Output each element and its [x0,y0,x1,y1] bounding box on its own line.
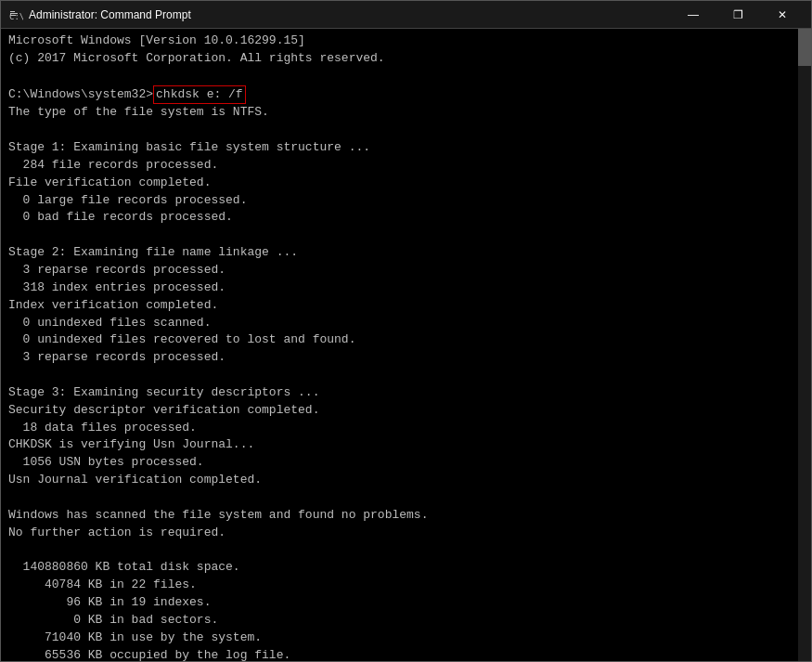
line-8: 284 file records processed. [8,157,789,175]
line-prompt: C:\Windows\system32>chkdsk e: /f [8,85,789,105]
line-1: Microsoft Windows [Version 10.0.16299.15… [8,32,789,50]
line-16: Index verification completed. [8,297,789,315]
line-24: CHKDSK is verifying Usn Journal... [8,436,789,454]
line-20 [8,367,789,384]
line-34: 0 KB in bad sectors. [8,612,789,630]
close-button[interactable]: ✕ [761,1,804,29]
restore-button[interactable]: ❐ [716,1,759,29]
line-23: 18 data files processed. [8,420,789,437]
line-17: 0 unindexed files scanned. [8,315,789,332]
line-9: File verification completed. [8,175,789,192]
line-21: Stage 3: Examining security descriptors … [8,384,789,402]
scrollbar[interactable] [798,29,811,661]
line-25: 1056 USN bytes processed. [8,454,789,472]
line-15: 318 index entries processed. [8,279,789,297]
line-30 [8,541,789,559]
line-28: Windows has scanned the file system and … [8,507,789,525]
title-bar: C:\ Administrator: Command Prompt — ❐ ✕ [1,1,811,29]
line-7: Stage 1: Examining basic file system str… [8,139,789,157]
line-13: Stage 2: Examining file name linkage ... [8,244,789,262]
command-text: chkdsk e: /f [153,85,246,105]
line-12 [8,227,789,244]
line-11: 0 bad file records processed. [8,209,789,227]
scrollbar-thumb[interactable] [798,29,811,66]
line-31: 140880860 KB total disk space. [8,559,789,577]
terminal-content: Microsoft Windows [Version 10.0.16299.15… [8,32,804,661]
line-35: 71040 KB in use by the system. [8,630,789,647]
line-29: No further action is required. [8,525,789,542]
title-bar-left: C:\ Administrator: Command Prompt [8,7,191,22]
line-3 [8,68,789,85]
line-27 [8,489,789,507]
line-36: 65536 KB occupied by the log file. [8,647,789,661]
line-19: 3 reparse records processed. [8,349,789,367]
line-26: Usn Journal verification completed. [8,472,789,489]
minimize-button[interactable]: — [672,1,715,29]
line-6 [8,122,789,139]
line-14: 3 reparse records processed. [8,262,789,279]
title-bar-controls: — ❐ ✕ [672,1,804,29]
terminal-body[interactable]: Microsoft Windows [Version 10.0.16299.15… [1,29,811,661]
line-10: 0 large file records processed. [8,192,789,210]
line-22: Security descriptor verification complet… [8,402,789,420]
svg-text:C:\: C:\ [9,12,23,21]
line-5: The type of the file system is NTFS. [8,104,789,122]
window-title: Administrator: Command Prompt [29,8,191,21]
cmd-window: C:\ Administrator: Command Prompt — ❐ ✕ … [0,0,812,662]
prompt-prefix: C:\Windows\system32> [8,86,153,104]
line-33: 96 KB in 19 indexes. [8,594,789,612]
line-32: 40784 KB in 22 files. [8,577,789,594]
line-2: (c) 2017 Microsoft Corporation. All righ… [8,50,789,68]
cmd-icon: C:\ [8,7,23,22]
line-18: 0 unindexed files recovered to lost and … [8,331,789,349]
